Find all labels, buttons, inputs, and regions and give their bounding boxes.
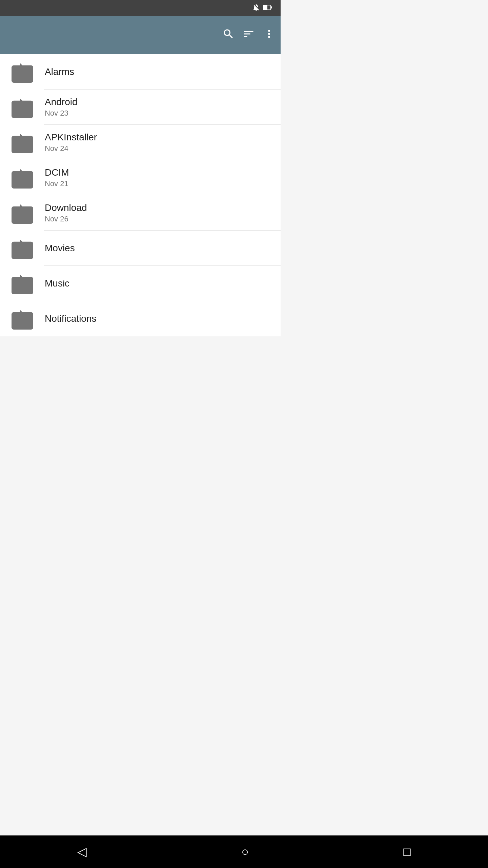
folder-item[interactable]: Alarms xyxy=(0,54,281,90)
folder-name: Alarms xyxy=(45,66,275,77)
svg-rect-1 xyxy=(271,6,272,8)
folder-icon-wrapper xyxy=(5,202,39,224)
folder-date: Nov 21 xyxy=(45,179,275,188)
folder-name: Movies xyxy=(45,243,275,254)
folder-info: Notifications xyxy=(39,313,275,324)
app-bar-actions xyxy=(222,28,275,43)
status-bar xyxy=(0,0,281,16)
status-bar-right xyxy=(252,3,275,13)
folder-info: Music xyxy=(39,278,275,289)
folder-icon-wrapper xyxy=(5,96,39,118)
folder-icon-wrapper xyxy=(5,61,39,83)
content-area: Alarms Android Nov 23 APKInstaller Nov 2… xyxy=(0,54,281,336)
folder-icon-wrapper xyxy=(5,167,39,189)
more-options-icon[interactable] xyxy=(263,28,275,43)
svg-rect-2 xyxy=(264,5,267,9)
folder-item[interactable]: Music xyxy=(0,266,281,301)
folder-icon-wrapper xyxy=(5,308,39,330)
folder-icon-wrapper xyxy=(5,237,39,259)
folder-name: DCIM xyxy=(45,167,275,178)
folder-info: Movies xyxy=(39,243,275,254)
folder-name: Download xyxy=(45,202,275,213)
folder-item[interactable]: Download Nov 26 xyxy=(0,195,281,231)
folder-name: Android xyxy=(45,97,275,107)
folder-item[interactable]: Movies xyxy=(0,231,281,266)
folder-icon-wrapper xyxy=(5,132,39,153)
folder-item[interactable]: DCIM Nov 21 xyxy=(0,160,281,195)
folder-icon-wrapper xyxy=(5,273,39,294)
folder-item[interactable]: Notifications xyxy=(0,301,281,336)
folder-date: Nov 23 xyxy=(45,109,275,118)
folder-date: Nov 26 xyxy=(45,215,275,223)
folder-info: APKInstaller Nov 24 xyxy=(39,132,275,153)
folder-info: Download Nov 26 xyxy=(39,202,275,223)
app-bar xyxy=(0,16,281,54)
search-icon[interactable] xyxy=(222,28,235,43)
folder-date: Nov 24 xyxy=(45,144,275,153)
battery-icon xyxy=(263,3,272,13)
notification-off-icon xyxy=(252,3,260,13)
folder-info: Alarms xyxy=(39,66,275,77)
folder-name: Music xyxy=(45,278,275,289)
folder-name: APKInstaller xyxy=(45,132,275,143)
folder-info: Android Nov 23 xyxy=(39,97,275,118)
filter-icon[interactable] xyxy=(243,28,255,43)
folder-item[interactable]: Android Nov 23 xyxy=(0,90,281,125)
folder-item[interactable]: APKInstaller Nov 24 xyxy=(0,125,281,160)
folder-info: DCIM Nov 21 xyxy=(39,167,275,188)
folder-name: Notifications xyxy=(45,313,275,324)
